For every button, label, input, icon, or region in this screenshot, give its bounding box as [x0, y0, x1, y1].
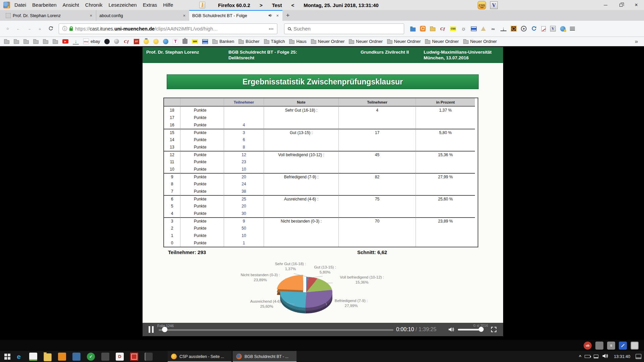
bookmark-item[interactable]: [23, 39, 29, 44]
volume-icon[interactable]: [448, 326, 454, 334]
notepad-icon[interactable]: [29, 353, 37, 361]
menu-item-extras[interactable]: Extras: [140, 0, 160, 10]
new-tab-button[interactable]: +: [282, 10, 293, 21]
bookmark-item[interactable]: [182, 39, 187, 44]
taskbar-window-inactive[interactable]: CSP ausstellen - Seite ...: [168, 351, 231, 362]
bookmark-item[interactable]: [53, 39, 58, 44]
script-edit-icon[interactable]: [541, 26, 546, 32]
wizard-icon[interactable]: [481, 26, 486, 31]
s-badge-icon[interactable]: S: [607, 342, 615, 350]
bookmark-item[interactable]: [202, 39, 208, 44]
folder-open-icon[interactable]: [430, 27, 435, 31]
tab-close-icon[interactable]: ×: [275, 13, 279, 18]
page-info-icon[interactable]: ⓘ: [62, 26, 67, 32]
search-box-icon[interactable]: [511, 26, 517, 32]
bookmark-item[interactable]: Täglich: [264, 39, 285, 44]
reload-icon[interactable]: [48, 26, 54, 32]
pencil-addon-icon[interactable]: [199, 2, 205, 8]
bookmark-item[interactable]: [104, 39, 110, 44]
menu-item-datei[interactable]: Datei: [11, 0, 29, 10]
restore-button[interactable]: [613, 0, 629, 10]
search-bar[interactable]: [284, 23, 404, 34]
bookmark-item[interactable]: [163, 39, 168, 44]
list-blue-icon[interactable]: [471, 26, 477, 31]
notebook-icon[interactable]: [145, 353, 153, 361]
hidden-icons-chevron[interactable]: ^: [579, 354, 582, 359]
bookmark-star-icon[interactable]: ☆: [5, 26, 11, 32]
action-center-icon[interactable]: [636, 354, 641, 359]
fullscreen-button[interactable]: [491, 326, 497, 334]
bookmark-item[interactable]: Neuer Ordner: [463, 39, 497, 44]
search-input[interactable]: [293, 26, 400, 32]
home-icon[interactable]: ⌂: [37, 26, 43, 32]
css-box-icon[interactable]: CSS: [450, 26, 456, 31]
folder-blue-icon[interactable]: [410, 27, 416, 32]
url-bar[interactable]: ⓘ https://cast.itunes.uni-muenchen.de/cl…: [59, 23, 277, 34]
menu-item-ansicht[interactable]: Ansicht: [60, 0, 82, 10]
tab-close-icon[interactable]: ×: [182, 13, 186, 18]
tab-2[interactable]: about:config×: [96, 10, 189, 21]
globe-edit-icon[interactable]: [560, 26, 566, 32]
bookmark-item[interactable]: 37: [134, 39, 139, 44]
gear-icon[interactable]: ☼: [461, 26, 467, 32]
bookmark-item[interactable]: [4, 39, 9, 44]
mask-icon[interactable]: ∞: [490, 26, 496, 32]
folder-win-icon[interactable]: [44, 353, 52, 361]
blue-app-icon[interactable]: [72, 353, 80, 361]
bookmark-item[interactable]: [14, 39, 19, 44]
speaker-icon[interactable]: [602, 353, 608, 361]
bookmark-item[interactable]: ebayebay: [83, 39, 100, 44]
menu-item-chronik[interactable]: Chronik: [82, 0, 106, 10]
bookmark-item[interactable]: [33, 39, 39, 44]
menu-item-bearbeiten[interactable]: Bearbeiten: [29, 0, 60, 10]
cfj-icon[interactable]: Cƒ: [440, 26, 446, 32]
bookmark-item[interactable]: b64: [192, 39, 198, 44]
sync-blue-icon[interactable]: [531, 26, 537, 32]
d-red-icon[interactable]: D: [116, 353, 124, 361]
tab-close-icon[interactable]: ×: [89, 13, 93, 18]
css-addon-icon[interactable]: CSS: [478, 1, 486, 9]
url-text[interactable]: https://cast.itunes.uni-muenchen.de/clip…: [75, 26, 266, 32]
blue-pen-icon[interactable]: [619, 342, 627, 350]
menu-item-hilfe[interactable]: Hilfe: [160, 0, 176, 10]
start-button[interactable]: [0, 351, 15, 362]
shield-green-icon[interactable]: ✓: [87, 353, 95, 361]
pause-button[interactable]: [149, 326, 154, 333]
gray-badge-icon[interactable]: [595, 342, 603, 350]
v-addon-icon[interactable]: V: [490, 1, 498, 9]
bookmark-item[interactable]: ↓: [73, 39, 79, 45]
close-button[interactable]: ×: [629, 0, 644, 10]
edge-icon[interactable]: e: [15, 353, 23, 361]
v-box-icon[interactable]: V: [550, 26, 556, 32]
battery-icon[interactable]: [585, 355, 590, 358]
menu-icon[interactable]: [570, 27, 575, 31]
bookmark-item[interactable]: Cƒ: [123, 39, 129, 45]
progress-bar[interactable]: [159, 329, 393, 331]
key-icon[interactable]: [58, 353, 66, 361]
screen-red-icon[interactable]: [130, 353, 138, 361]
monitor-icon[interactable]: [631, 342, 639, 350]
volume-knob[interactable]: [479, 327, 484, 332]
play-circle-icon[interactable]: ▶: [521, 26, 527, 32]
bookmark-item[interactable]: Banken: [212, 39, 234, 44]
bookmark-item[interactable]: Bücher: [238, 39, 259, 44]
minimize-button[interactable]: [598, 0, 613, 10]
secure-lock-icon[interactable]: [69, 28, 73, 31]
menu-item-lesezeichen[interactable]: Lesezeichen: [105, 0, 140, 10]
bookmark-item[interactable]: ▶: [62, 39, 68, 44]
bookmark-item[interactable]: [153, 39, 159, 44]
bookmark-item[interactable]: [43, 39, 48, 44]
forward-icon[interactable]: →: [26, 26, 32, 32]
tab-3[interactable]: BGB Schuldrecht BT - Folge×: [189, 10, 282, 21]
taskbar-window-active[interactable]: BGB Schuldrecht BT - ...: [233, 351, 297, 362]
bookmark-item[interactable]: Neuer Ordner: [349, 39, 382, 44]
bookmark-item[interactable]: Neuer Ordner: [425, 39, 459, 44]
bookmark-item[interactable]: T: [173, 39, 178, 44]
phone-icon[interactable]: [101, 353, 109, 361]
page-actions-icon[interactable]: •••: [269, 27, 274, 31]
taskbar-clock[interactable]: 13:31:40: [612, 354, 632, 359]
ublock-red-icon[interactable]: ub: [584, 342, 592, 350]
bookmark-item[interactable]: Haus: [289, 39, 306, 44]
sync-orange-icon[interactable]: [420, 26, 426, 32]
tab-1[interactable]: Prof. Dr. Stephan Lorenz×: [3, 10, 96, 21]
